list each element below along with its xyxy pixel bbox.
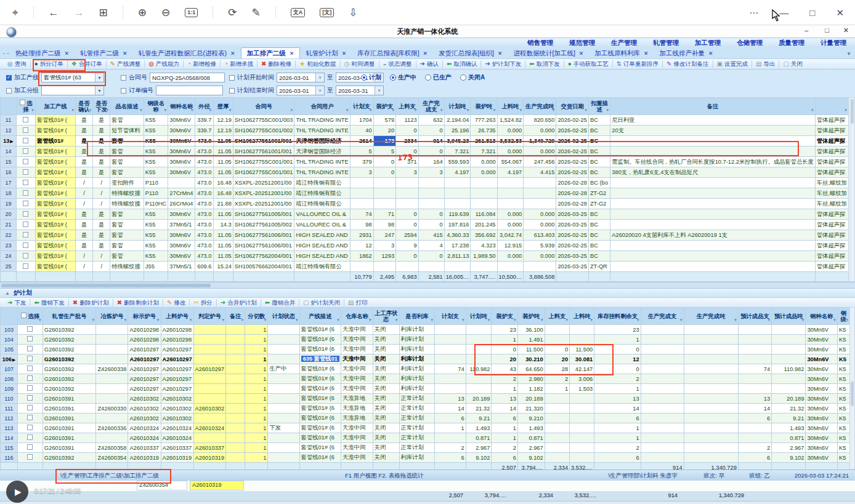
- filter-funnel-icon[interactable]: ▼: [466, 107, 469, 113]
- column-header-标示炉号[interactable]: 标示炉号▼: [128, 308, 161, 325]
- toolbar-button-合并炉计划[interactable]: ➔合并炉计划: [218, 299, 259, 307]
- table-row-115[interactable]: 115G26010391Z42600358A26010337A26010337A…: [1, 443, 850, 453]
- table-row-103[interactable]: 103G26010392A26010298A260102981套管线01# (6…: [1, 325, 850, 335]
- row-checkbox[interactable]: [27, 395, 33, 401]
- end-from-input[interactable]: 2026-03-01∨: [277, 86, 325, 95]
- filter-funnel-icon[interactable]: ▼: [368, 317, 372, 323]
- filter-funnel-icon[interactable]: ▼: [190, 107, 194, 113]
- filter-funnel-icon[interactable]: ▼: [584, 107, 588, 113]
- toolbar-button-关闭[interactable]: ▢关闭: [780, 60, 804, 68]
- table-row-111[interactable]: 111G26010391Z42600330A26010302A26010302A…: [1, 404, 850, 414]
- column-header-品名描述[interactable]: 品名描述▼: [110, 98, 144, 115]
- table-row-18[interactable]: 18套管线01# (//特殊螺纹接P11027CrMn4473.016.48XS…: [1, 188, 849, 199]
- filter-funnel-icon[interactable]: ▼: [430, 317, 434, 323]
- column-header-产线描述[interactable]: 产线描述▼: [299, 308, 341, 325]
- row-checkbox[interactable]: [23, 138, 28, 143]
- filter-funnel-icon[interactable]: ▼: [88, 107, 92, 113]
- menu-item-销售管理[interactable]: 销售管理: [527, 39, 553, 47]
- zoom-out-icon[interactable]: ⊖: [161, 7, 170, 18]
- toolbar-button-状态调整[interactable]: ◒状态调整: [381, 60, 415, 68]
- table-row-114[interactable]: 114G26010391A26010324A260103241套管线01# (6…: [1, 433, 850, 443]
- radio-生产中[interactable]: 生产中: [390, 73, 416, 82]
- column-header-判定炉号[interactable]: 判定炉号▼: [193, 308, 226, 325]
- group-select[interactable]: ▼: [41, 86, 104, 95]
- column-header-选择[interactable]: 选择▼: [17, 98, 36, 115]
- filter-funnel-icon[interactable]: ▼: [540, 317, 544, 323]
- table-row-14[interactable]: 14套管线01# (是是套管K5530Mn6V473.011.05SH10627…: [1, 146, 849, 157]
- tab-close-icon[interactable]: ✕: [498, 50, 503, 57]
- toolbar-button-炉计划下发[interactable]: ➔炉计划下发: [482, 60, 524, 68]
- tab-close-icon[interactable]: ✕: [423, 50, 428, 57]
- order-input[interactable]: [156, 86, 223, 95]
- filter-funnel-icon[interactable]: ▼: [123, 317, 127, 323]
- tab-close-icon[interactable]: ✕: [65, 50, 70, 57]
- column-header-装炉支[interactable]: 装炉支▼: [492, 308, 517, 325]
- maximize-icon[interactable]: □: [809, 8, 815, 17]
- row-checkbox[interactable]: [23, 222, 28, 227]
- column-header-上料吨[interactable]: 上料吨▼: [497, 98, 524, 115]
- row-checkbox[interactable]: [27, 336, 33, 342]
- filter-funnel-icon[interactable]: ▼: [414, 107, 418, 113]
- video-play-button[interactable]: ▶: [6, 481, 28, 503]
- end-to-input[interactable]: 2026-03-31∨: [336, 86, 384, 95]
- tab-轧管炉计划[interactable]: 轧管炉计划✕: [300, 48, 352, 58]
- furnace-grid-vscrollbar[interactable]: [849, 307, 855, 470]
- filter-funnel-icon[interactable]: ▼: [369, 107, 373, 113]
- column-header-预计成品支[interactable]: 预计成品支▼: [738, 308, 771, 325]
- table-row-116[interactable]: 116G26010392Z42600354A26010319A26010319A…: [1, 453, 850, 463]
- menu-item-生产管理[interactable]: 生产管理: [611, 39, 637, 47]
- column-header-钢种名称[interactable]: 钢种名称▼: [806, 308, 838, 325]
- column-header-壁厚[interactable]: 壁厚▼: [213, 98, 233, 115]
- column-header-装炉支[interactable]: 装炉支▼: [373, 98, 395, 115]
- filter-funnel-icon[interactable]: ▼: [493, 107, 496, 113]
- row-checkbox[interactable]: [23, 148, 28, 154]
- column-header-生产完成吨[interactable]: 生产完成吨▼: [684, 308, 738, 325]
- radio-计划[interactable]: 计划: [361, 73, 381, 82]
- column-header-是否确认[interactable]: 是否确认▼: [76, 98, 93, 115]
- tab-close-icon[interactable]: ✕: [708, 50, 713, 57]
- tab-close-icon[interactable]: ✕: [342, 50, 347, 57]
- filter-funnel-icon[interactable]: ▼: [734, 317, 737, 323]
- column-header-加工产线[interactable]: 加工产线▼: [35, 98, 75, 115]
- start-from-caret-icon[interactable]: ∨: [315, 73, 324, 82]
- filter-funnel-icon[interactable]: ▼: [487, 317, 490, 323]
- table-row-108[interactable]: 108G26010392A26010297A260102971套管线01# (6…: [1, 374, 850, 384]
- table-row-104[interactable]: 104G26010392A26010298A260102981套管线01# (6…: [1, 335, 850, 345]
- column-header-计划吨[interactable]: 计划吨▼: [444, 98, 471, 115]
- menu-item-轧管管理[interactable]: 轧管管理: [653, 39, 679, 47]
- column-header-上料吨[interactable]: 上料吨▼: [570, 308, 594, 325]
- filter-funnel-icon[interactable]: ▼: [513, 317, 517, 323]
- column-header-计划状态[interactable]: 计划状态▼: [268, 308, 299, 325]
- filter-funnel-icon[interactable]: ▼: [767, 317, 771, 323]
- column-header-生产完成支[interactable]: 生产完成支▼: [641, 308, 684, 325]
- row-checkbox[interactable]: [27, 444, 33, 450]
- table-row-16[interactable]: 16套管线01# (是是套管K5530Mn6V473.011.05SH10627…: [1, 167, 849, 178]
- tab-发货汇总报表[组织][interactable]: 发货汇总报表[组织]✕: [433, 48, 508, 58]
- table-row-110[interactable]: 110G26010391A26010302A260103021套管线01# (6…: [1, 394, 850, 404]
- filter-funnel-icon[interactable]: ▼: [156, 317, 160, 323]
- column-header-生产完成吨[interactable]: 生产完成吨▼: [524, 98, 556, 115]
- table-row-109[interactable]: 109G26010392A26010297A260102971套管线01# (6…: [1, 384, 850, 394]
- column-header-预计成品吨[interactable]: 预计成品吨▼: [772, 308, 806, 325]
- column-header-是否下发[interactable]: 是否下发▼: [93, 98, 110, 115]
- zoom-in-icon[interactable]: ⊕: [138, 7, 147, 18]
- toolbar-button-新增承揽[interactable]: ◔新增承揽: [222, 60, 256, 68]
- filter-funnel-icon[interactable]: ▼: [163, 107, 167, 113]
- table-row-21[interactable]: 21套管线01# (是是套管K5537Mn5/1473.014.3SH10627…: [1, 220, 849, 230]
- end-from-caret-icon[interactable]: ∨: [315, 86, 324, 95]
- filter-funnel-icon[interactable]: ▼: [833, 317, 837, 323]
- end-time-checkbox[interactable]: [229, 88, 235, 94]
- download-icon[interactable]: ⇩: [349, 7, 357, 18]
- row-checkbox[interactable]: [27, 326, 33, 332]
- row-checkbox[interactable]: [23, 211, 28, 217]
- column-header-选择[interactable]: 选择▼: [17, 308, 43, 325]
- filter-funnel-icon[interactable]: ▼: [679, 317, 683, 323]
- table-row-112[interactable]: 112G26010391A26010302A260103021套管线01# (6…: [1, 414, 850, 423]
- table-row-12[interactable]: 12套管线01# (是是短节管体料K5530Mn6V339.712.19SH10…: [1, 126, 849, 136]
- toolbar-button-删除炉计划[interactable]: ✖删除炉计划: [70, 299, 111, 307]
- toolbar-button-导出[interactable]: ▤导出: [753, 60, 777, 68]
- toolbar-button-撤销合并[interactable]: ⬅撤销合并: [262, 299, 298, 307]
- column-header-是否利库[interactable]: 是否利库▼: [399, 308, 434, 325]
- plan-grid-vscrollbar[interactable]: [849, 97, 855, 282]
- tab-overflow-icon[interactable]: ⌄⌄: [2, 50, 10, 55]
